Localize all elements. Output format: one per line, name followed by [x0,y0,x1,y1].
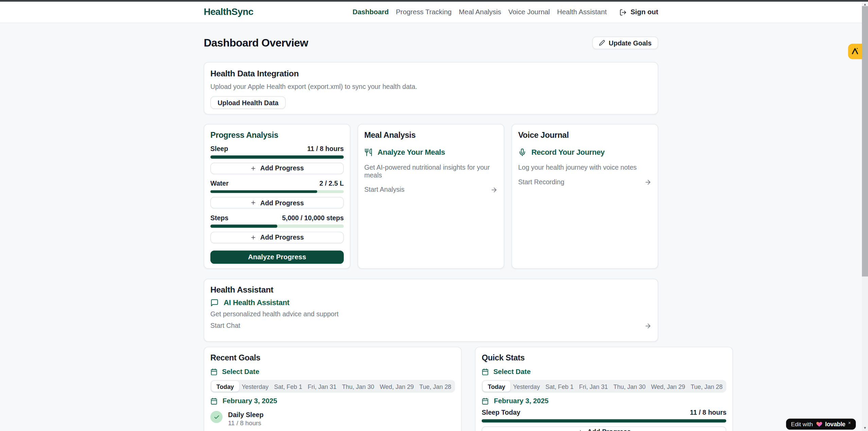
nav-item-health-assistant[interactable]: Health Assistant [557,8,607,16]
browser-scrollbar[interactable]: ▲ ▼ [862,2,868,431]
start-recording-label: Start Recording [518,178,564,186]
analyze-progress-button[interactable]: Analyze Progress [210,250,344,264]
utensils-icon [364,148,372,156]
logout-icon [619,8,626,16]
add-sleep-progress-button[interactable]: Add Progress [210,162,344,174]
start-recording-action[interactable]: Start Recording [518,178,652,186]
add-progress-label: Add Progress [587,428,631,431]
date-tab-sat-feb-1[interactable]: Sat, Feb 1 [271,381,305,392]
sleep-progress-fill [210,155,344,158]
recent-goals-date-tabs: Today Yesterday Sat, Feb 1 Fri, Jan 31 T… [210,380,455,392]
ai-health-assistant-link[interactable]: AI Health Assistant [210,299,652,307]
scrollbar-thumb[interactable] [862,6,868,277]
browser-viewport: ▲ ▼ HealthSync Dashboard Progress Tracki… [0,0,868,431]
meal-analysis-description: Get AI-powered nutritional insights for … [364,164,498,179]
scrollbar-down-arrow[interactable]: ▼ [862,425,868,430]
add-progress-label: Add Progress [260,199,304,207]
sleep-today-progress-fill [482,419,727,422]
recent-goals-selected-date: February 3, 2025 [210,397,455,405]
start-chat-action[interactable]: Start Chat [210,322,652,330]
check-icon [213,414,219,420]
metric-sleep-value: 11 / 8 hours [307,145,344,153]
nav-item-dashboard[interactable]: Dashboard [353,8,389,16]
nav-links: Dashboard Progress Tracking Meal Analysi… [353,8,658,16]
date-tab-sat-feb-1[interactable]: Sat, Feb 1 [543,381,576,392]
sleep-today-label: Sleep Today [482,409,520,416]
update-goals-button[interactable]: Update Goals [592,37,658,49]
calendar-icon [482,397,489,405]
select-date-label: Select Date [493,368,531,376]
date-tab-wed-jan-29[interactable]: Wed, Jan 29 [377,381,417,392]
sign-out-button[interactable]: Sign out [619,8,658,16]
window-top-strip [0,0,868,2]
calendar-icon [482,368,489,375]
nav-item-meal-analysis[interactable]: Meal Analysis [459,8,501,16]
edit-with-lovable-badge[interactable]: Edit with lovable × [786,419,856,430]
start-analysis-action[interactable]: Start Analysis [364,186,498,193]
add-water-progress-button[interactable]: Add Progress [210,197,344,208]
recent-goals-select-date[interactable]: Select Date [210,368,455,376]
lovable-side-tab-button[interactable] [848,43,862,59]
quick-stats-card: Quick Stats Select Date Today Yesterday … [475,347,733,431]
date-tab-tue-jan-28[interactable]: Tue, Jan 28 [417,381,454,392]
metric-sleep-label: Sleep [210,145,228,153]
metric-sleep-today: Sleep Today 11 / 8 hours Add Progress [482,409,727,431]
nav-item-progress-tracking[interactable]: Progress Tracking [396,8,451,16]
upload-health-data-button[interactable]: Upload Health Data [210,96,286,109]
update-goals-label: Update Goals [609,39,652,47]
date-tab-tue-jan-28[interactable]: Tue, Jan 28 [688,381,725,392]
brand-logo[interactable]: HealthSync [204,7,253,18]
health-assistant-description: Get personalized health advice and suppo… [210,310,652,318]
date-tab-fri-jan-31[interactable]: Fri, Jan 31 [305,381,339,392]
metric-water: Water 2 / 2.5 L Add Progress [210,180,344,209]
voice-journal-card: Voice Journal Record Your Journey Log yo… [512,124,658,269]
metric-steps: Steps 5,000 / 10,000 steps Add Progress [210,214,344,243]
analyze-your-meals-label: Analyze Your Meals [377,148,445,156]
integration-card-title: Health Data Integration [210,69,652,78]
quick-stats-select-date[interactable]: Select Date [482,368,727,376]
voice-journal-title: Voice Journal [518,131,652,139]
date-tab-yesterday[interactable]: Yesterday [510,381,543,392]
sleep-today-value: 11 / 8 hours [690,409,727,416]
metric-steps-label: Steps [210,214,228,222]
voice-journal-description: Log your health journey with voice notes [518,164,652,171]
health-assistant-title: Health Assistant [210,285,652,294]
main-content: Dashboard Overview Update Goals Health D… [0,37,862,431]
date-tab-today[interactable]: Today [211,381,239,392]
meal-analysis-title: Meal Analysis [364,131,498,139]
add-progress-label: Add Progress [260,164,304,172]
badge-close-icon[interactable]: × [848,420,851,426]
date-tab-wed-jan-29[interactable]: Wed, Jan 29 [648,381,688,392]
analyze-your-meals-link[interactable]: Analyze Your Meals [364,148,498,156]
microphone-icon [518,148,526,156]
arrow-right-icon [644,322,652,329]
date-tab-fri-jan-31[interactable]: Fri, Jan 31 [576,381,610,392]
record-your-journey-link[interactable]: Record Your Journey [518,148,652,156]
progress-analysis-card: Progress Analysis Sleep 11 / 8 hours Add… [204,124,351,269]
meal-analysis-card: Meal Analysis Analyze Your Meals Get AI-… [358,124,504,269]
recent-goals-card: Recent Goals Select Date Today Yesterday… [204,347,462,431]
quick-stats-add-progress-button[interactable]: Add Progress [482,426,727,431]
sleep-today-progress-track [482,419,727,422]
badge-prefix-label: Edit with [791,421,813,428]
health-assistant-card: Health Assistant AI Health Assistant Get… [204,279,658,342]
steps-progress-fill [210,225,277,228]
pencil-icon [599,40,605,46]
selected-date-label: February 3, 2025 [223,397,277,405]
page-title: Dashboard Overview [204,37,308,49]
nav-item-voice-journal[interactable]: Voice Journal [508,8,550,16]
goal-value: 11 / 8 hours [228,420,263,427]
date-tab-today[interactable]: Today [483,381,510,392]
integration-card-description: Upload your Apple Health export (export.… [210,83,652,91]
calendar-icon [210,368,217,375]
badge-brand-label: lovable [825,421,846,428]
water-progress-fill [210,190,317,193]
add-steps-progress-button[interactable]: Add Progress [210,231,344,243]
plus-icon [250,200,256,206]
ai-health-assistant-label: AI Health Assistant [224,299,289,307]
quick-stats-date-tabs: Today Yesterday Sat, Feb 1 Fri, Jan 31 T… [482,380,727,392]
water-progress-track [210,190,344,193]
date-tab-yesterday[interactable]: Yesterday [239,381,271,392]
date-tab-thu-jan-30[interactable]: Thu, Jan 30 [339,381,377,392]
date-tab-thu-jan-30[interactable]: Thu, Jan 30 [610,381,648,392]
